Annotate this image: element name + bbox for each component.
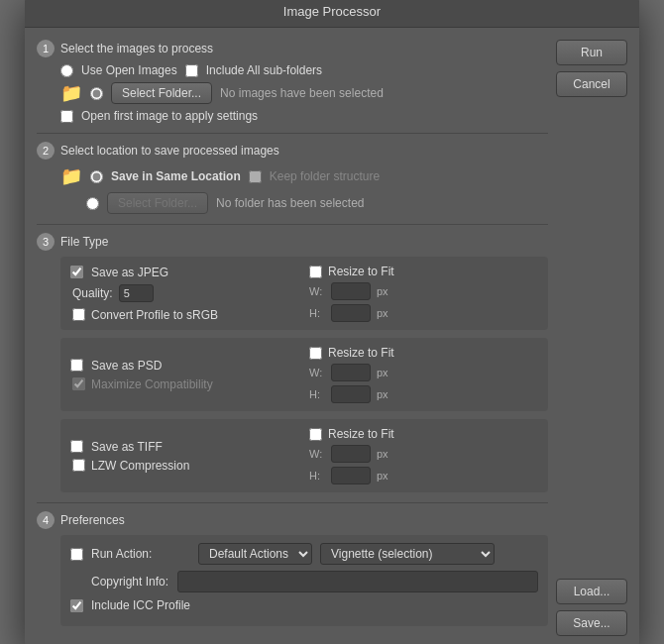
jpeg-resize-label: Resize to Fit (328, 265, 394, 278)
select-folder-radio[interactable] (90, 87, 103, 100)
run-action-checkbox[interactable] (70, 548, 83, 561)
jpeg-w-label: W: (309, 285, 325, 297)
preferences-panel: Run Action: Default ActionsProduction Vi… (60, 535, 548, 626)
side-buttons: Run Cancel Load... Save... (556, 40, 627, 636)
psd-h-label: H: (309, 388, 325, 400)
save-psd-checkbox[interactable] (70, 359, 83, 372)
maximize-compat-checkbox[interactable] (72, 377, 85, 390)
quality-label: Quality: (72, 286, 113, 300)
save-same-radio[interactable] (90, 170, 103, 183)
tiff-w-px: px (377, 448, 388, 460)
folder-icon-1: 📁 (60, 82, 82, 104)
dialog: Image Processor 1 Select the images to p… (25, 0, 639, 644)
tiff-h-label: H: (309, 470, 325, 482)
copyright-input[interactable] (177, 571, 538, 592)
select-folder-dest-radio[interactable] (86, 197, 99, 210)
section-4: 4 Preferences Run Action: Default Action… (37, 511, 548, 626)
jpeg-left: Save as JPEG Quality: Convert Profile to… (70, 266, 299, 322)
convert-profile-label: Convert Profile to sRGB (91, 308, 218, 322)
psd-right: Resize to Fit W: px H: (309, 346, 538, 403)
main-panel: 1 Select the images to process Use Open … (37, 40, 548, 636)
run-action-label: Run Action: (91, 547, 190, 561)
step-3-circle: 3 (37, 233, 55, 251)
save-psd-label: Save as PSD (91, 359, 162, 373)
psd-resize-label: Resize to Fit (328, 346, 394, 360)
psd-w-input[interactable] (331, 364, 371, 381)
psd-section: Save as PSD Maximize Compatibility (60, 338, 548, 411)
psd-resize-checkbox[interactable] (309, 347, 322, 360)
save-jpeg-label: Save as JPEG (91, 266, 168, 279)
copyright-label: Copyright Info: (70, 575, 169, 589)
select-folder-button-2[interactable]: Select Folder... (107, 192, 208, 214)
include-subfolders-label: Include All sub-folders (206, 63, 322, 77)
tiff-resize-checkbox[interactable] (309, 428, 322, 441)
save-button[interactable]: Save... (556, 610, 627, 636)
action-set-select[interactable]: Default ActionsProduction (198, 543, 312, 565)
open-first-checkbox[interactable] (60, 110, 73, 123)
jpeg-right: Resize to Fit W: px H: (309, 265, 538, 322)
save-tiff-label: Save as TIFF (91, 440, 163, 454)
convert-profile-checkbox[interactable] (72, 308, 85, 321)
dialog-title: Image Processor (283, 4, 381, 19)
use-open-images-label: Use Open Images (81, 63, 177, 77)
action-select[interactable]: Vignette (selection)Sepia Toning (layer)… (320, 543, 495, 565)
psd-h-input[interactable] (331, 385, 371, 403)
section-4-title: Preferences (60, 513, 125, 527)
no-images-text: No images have been selected (220, 86, 384, 100)
step-2-circle: 2 (37, 142, 55, 160)
maximize-compat-label: Maximize Compatibility (91, 377, 213, 391)
section-1-title: Select the images to process (60, 42, 213, 55)
jpeg-w-px: px (377, 285, 388, 297)
icc-profile-label: Include ICC Profile (91, 598, 190, 612)
psd-w-label: W: (309, 367, 325, 378)
section-1: 1 Select the images to process Use Open … (37, 40, 548, 123)
section-3: 3 File Type Save as JPEG (37, 233, 548, 492)
step-4-circle: 4 (37, 511, 55, 529)
lzw-checkbox[interactable] (72, 459, 85, 472)
keep-structure-label: Keep folder structure (270, 169, 380, 183)
title-bar: Image Processor (25, 0, 639, 28)
jpeg-resize-checkbox[interactable] (309, 266, 322, 278)
cancel-button[interactable]: Cancel (556, 71, 627, 97)
tiff-right: Resize to Fit W: px H: (309, 427, 538, 484)
psd-w-px: px (377, 367, 388, 378)
tiff-w-input[interactable] (331, 445, 371, 463)
run-action-row: Run Action: Default ActionsProduction Vi… (70, 543, 538, 565)
save-tiff-checkbox[interactable] (70, 440, 83, 453)
psd-h-px: px (377, 388, 388, 400)
jpeg-h-input[interactable] (331, 304, 371, 322)
icc-row: Include ICC Profile (70, 598, 538, 612)
tiff-left: Save as TIFF LZW Compression (70, 440, 299, 473)
run-button[interactable]: Run (556, 40, 627, 65)
section-2-title: Select location to save processed images (60, 144, 279, 158)
section-3-title: File Type (60, 235, 108, 249)
copyright-row: Copyright Info: (70, 571, 538, 592)
use-open-images-radio[interactable] (60, 64, 73, 77)
tiff-resize-label: Resize to Fit (328, 427, 394, 441)
keep-structure-checkbox[interactable] (249, 170, 262, 183)
psd-left: Save as PSD Maximize Compatibility (70, 359, 299, 391)
jpeg-h-px: px (377, 307, 388, 319)
tiff-w-label: W: (309, 448, 325, 460)
save-jpeg-checkbox[interactable] (70, 266, 83, 278)
jpeg-section: Save as JPEG Quality: Convert Profile to… (60, 257, 548, 330)
icc-profile-checkbox[interactable] (70, 599, 83, 612)
section-2: 2 Select location to save processed imag… (37, 142, 548, 214)
open-first-label: Open first image to apply settings (81, 109, 258, 123)
step-1-circle: 1 (37, 40, 55, 57)
folder-icon-2: 📁 (60, 165, 82, 187)
jpeg-w-input[interactable] (331, 282, 371, 300)
tiff-h-input[interactable] (331, 467, 371, 484)
jpeg-h-label: H: (309, 307, 325, 319)
no-folder-text: No folder has been selected (216, 196, 364, 210)
save-same-label: Save in Same Location (111, 169, 241, 183)
tiff-section: Save as TIFF LZW Compression (60, 419, 548, 492)
include-subfolders-checkbox[interactable] (185, 64, 198, 77)
quality-input[interactable] (119, 284, 154, 302)
lzw-label: LZW Compression (91, 459, 189, 473)
load-button[interactable]: Load... (556, 579, 627, 604)
select-folder-button-1[interactable]: Select Folder... (111, 82, 212, 104)
tiff-h-px: px (377, 470, 388, 482)
